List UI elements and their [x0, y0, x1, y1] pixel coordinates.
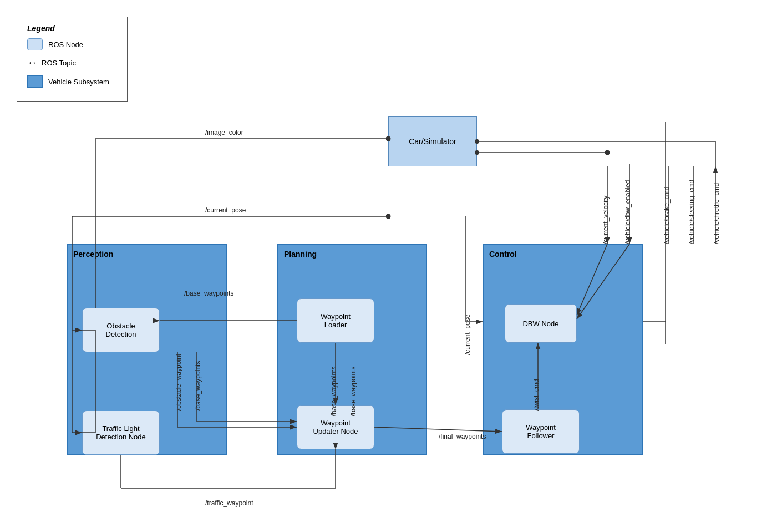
legend-item-topic: ↔ ROS Topic	[27, 57, 117, 69]
topic-traffic-waypoint: /traffic_waypoint	[205, 499, 253, 507]
topic-current-pose-mid: /current_pose	[464, 288, 471, 355]
legend-item-subsystem: Vehicle Subsystem	[27, 75, 117, 88]
waypoint-follower-label: WaypointFollower	[526, 423, 556, 440]
legend-node-icon	[27, 38, 43, 50]
topic-current-velocity: /current_velocity	[602, 155, 610, 244]
legend-node-label: ROS Node	[48, 40, 83, 49]
traffic-light-label: Traffic LightDetection Node	[96, 424, 146, 441]
legend-subsystem-icon	[27, 75, 43, 88]
topic-base-waypoints4: /base_waypoints	[349, 361, 357, 416]
legend-topic-icon: ↔	[27, 57, 36, 69]
legend-topic-label: ROS Topic	[42, 59, 76, 67]
control-label: Control	[489, 250, 517, 259]
topic-throttle-cmd: /vehicle/throttle_cmd	[713, 144, 720, 244]
dbw-node-label: DBW Node	[522, 320, 558, 328]
diagram-container: Legend ROS Node ↔ ROS Topic Vehicle Subs…	[0, 0, 772, 532]
topic-final-waypoints: /final_waypoints	[439, 433, 486, 440]
waypoint-loader-label: WaypointLoader	[321, 312, 351, 329]
traffic-light-node: Traffic LightDetection Node	[82, 411, 160, 455]
obstacle-detection-node: ObstacleDetection	[82, 308, 160, 352]
waypoint-updater-label: WaypointUpdater Node	[313, 419, 358, 435]
topic-brake-cmd: /vehicle/brake_cmd	[663, 144, 671, 244]
svg-point-41	[386, 214, 390, 219]
topic-base-waypoints3: /base_waypoints	[330, 361, 338, 416]
topic-image-color: /image_color	[205, 129, 243, 136]
topic-steering-cmd: /vehicle/steering_cmd	[688, 144, 695, 244]
car-simulator-node: Car/Simulator	[388, 116, 477, 166]
obstacle-detection-label: ObstacleDetection	[106, 322, 136, 338]
legend: Legend ROS Node ↔ ROS Topic Vehicle Subs…	[17, 17, 128, 102]
car-simulator-label: Car/Simulator	[409, 137, 456, 146]
perception-label: Perception	[73, 250, 113, 259]
topic-current-pose-top: /current_pose	[205, 206, 246, 214]
dbw-node: DBW Node	[505, 304, 577, 343]
legend-item-node: ROS Node	[27, 38, 117, 50]
topic-dbw-enabled: /vehicle/dbw_enabled	[624, 144, 632, 244]
legend-title: Legend	[27, 24, 117, 33]
waypoint-follower-node: WaypointFollower	[502, 409, 580, 454]
topic-obstacle-waypoint: /obstacle_waypoint	[175, 344, 182, 411]
planning-label: Planning	[284, 250, 317, 259]
legend-subsystem-label: Vehicle Subsystem	[48, 78, 109, 86]
topic-base-waypoints2: /base_waypoints	[194, 344, 202, 411]
topic-base-waypoints: /base_waypoints	[184, 290, 233, 297]
topic-twist-cmd: /twist_cmd	[532, 355, 540, 411]
waypoint-loader-node: WaypointLoader	[297, 298, 374, 343]
